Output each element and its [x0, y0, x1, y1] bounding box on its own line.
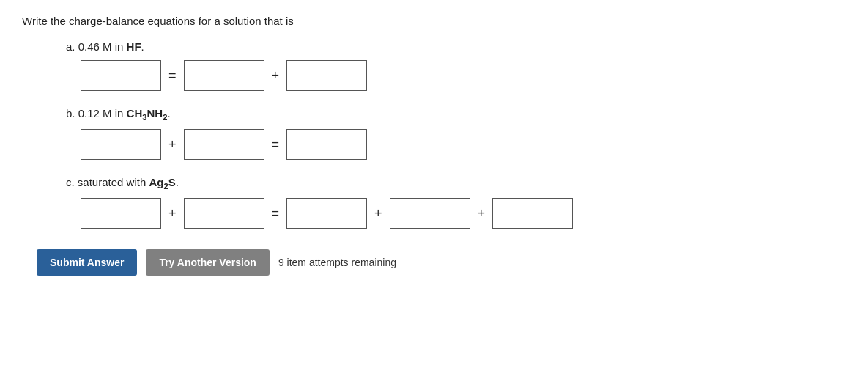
- section-b-label: b. 0.12 M in CH3NH2.: [66, 107, 846, 122]
- equation-row-c: + = + +: [81, 198, 846, 229]
- equals-symbol-b: =: [272, 137, 280, 152]
- section-a: a. 0.46 M in HF. = +: [66, 40, 846, 91]
- input-b3[interactable]: [286, 129, 367, 160]
- input-a3[interactable]: [286, 60, 367, 91]
- input-c1[interactable]: [81, 198, 161, 229]
- input-a2[interactable]: [184, 60, 264, 91]
- plus-symbol-c2: +: [374, 206, 382, 221]
- button-row: Submit Answer Try Another Version 9 item…: [37, 249, 846, 276]
- plus-symbol-a: +: [272, 68, 280, 84]
- plus-symbol-b1: +: [168, 137, 177, 152]
- input-c5[interactable]: [492, 198, 573, 229]
- input-a1[interactable]: [81, 60, 161, 91]
- plus-symbol-c3: +: [478, 206, 486, 221]
- input-b1[interactable]: [81, 129, 161, 160]
- attempts-remaining: 9 item attempts remaining: [278, 257, 396, 268]
- equation-row-a: = +: [81, 60, 846, 91]
- instruction-text: Write the charge-balance equations for a…: [22, 15, 294, 27]
- input-c4[interactable]: [390, 198, 470, 229]
- equation-row-b: + =: [81, 129, 846, 160]
- try-another-version-button[interactable]: Try Another Version: [146, 249, 270, 276]
- section-c: c. saturated with Ag2S. + = + +: [66, 176, 846, 229]
- equals-symbol-c: =: [272, 206, 280, 221]
- input-c2[interactable]: [184, 198, 264, 229]
- section-b: b. 0.12 M in CH3NH2. + =: [66, 107, 846, 160]
- section-c-label: c. saturated with Ag2S.: [66, 176, 846, 191]
- main-instruction: Write the charge-balance equations for a…: [22, 15, 846, 27]
- input-c3[interactable]: [286, 198, 367, 229]
- submit-button[interactable]: Submit Answer: [37, 249, 137, 276]
- equals-symbol-a: =: [168, 68, 177, 84]
- input-b2[interactable]: [184, 129, 264, 160]
- section-a-label: a. 0.46 M in HF.: [66, 40, 846, 53]
- plus-symbol-c1: +: [168, 206, 177, 221]
